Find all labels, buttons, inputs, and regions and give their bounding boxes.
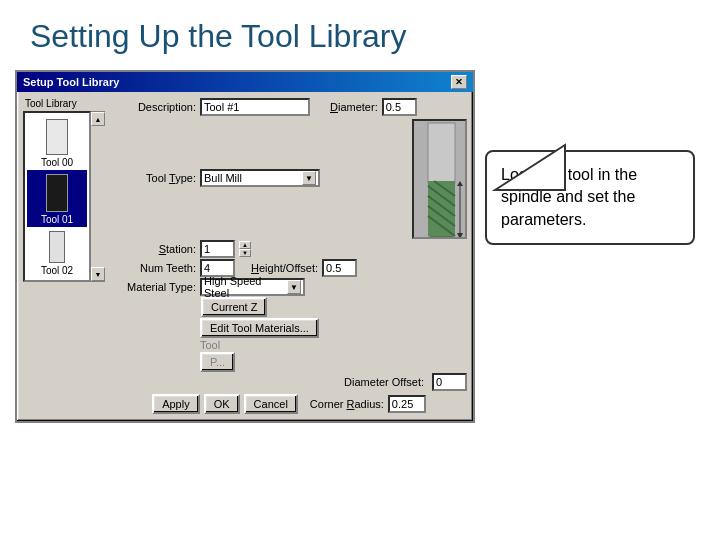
page-title: Setting Up the Tool Library — [0, 0, 720, 65]
tool-type-value: Bull Mill — [204, 172, 300, 184]
diameter-offset-label: Diameter Offset: — [344, 376, 424, 388]
tool-library-scrollbar[interactable]: ▲ ▼ — [91, 111, 105, 282]
tool-02-item[interactable]: Tool 02 — [27, 227, 87, 278]
num-teeth-label: Num Teeth: — [111, 262, 196, 274]
corner-radius-label: Corner Radius: — [310, 398, 384, 410]
tool-label-row: Tool — [111, 339, 467, 351]
tool-type-row: Tool Type: Bull Mill ▼ — [111, 117, 467, 239]
height-offset-input[interactable] — [322, 259, 357, 277]
tool-library-panel: Tool 00 Tool 01 Tool 02 — [23, 111, 91, 282]
tool-00-shape — [46, 119, 68, 155]
current-z-row: Current Z — [201, 297, 467, 317]
tool-02-shape — [49, 231, 65, 263]
tool-type-arrow[interactable]: ▼ — [302, 171, 316, 185]
station-spin-down[interactable]: ▼ — [239, 249, 251, 257]
dialog-title: Setup Tool Library — [23, 76, 119, 88]
material-type-row: Material Type: High Speed Steel ▼ — [111, 278, 467, 296]
diameter-input[interactable] — [382, 98, 417, 116]
material-type-label: Material Type: — [111, 281, 196, 293]
dialog-form: Description: Diameter: Tool Type: Bull M… — [111, 98, 467, 415]
callout-area: Load the tool in the spindle and set the… — [485, 105, 705, 245]
description-row: Description: Diameter: — [111, 98, 467, 116]
dialog-titlebar: Setup Tool Library ✕ — [17, 72, 473, 92]
scroll-up-arrow[interactable]: ▲ — [91, 112, 105, 126]
prev-button[interactable]: P... — [200, 352, 235, 372]
description-input[interactable] — [200, 98, 310, 116]
material-type-value: High Speed Steel — [204, 275, 285, 299]
height-offset-label: Height/Offset: — [251, 262, 318, 274]
diameter-offset-row: Diameter Offset: — [111, 373, 467, 391]
edit-materials-row: Edit Tool Materials... — [111, 318, 467, 338]
edit-tool-materials-button[interactable]: Edit Tool Materials... — [200, 318, 319, 338]
setup-tool-library-dialog: Setup Tool Library ✕ Tool Library Tool 0… — [15, 70, 475, 423]
apply-button[interactable]: Apply — [152, 394, 200, 414]
scroll-down-arrow[interactable]: ▼ — [91, 267, 105, 281]
tool-type-label: Tool Type: — [111, 172, 196, 184]
material-type-arrow[interactable]: ▼ — [287, 280, 301, 294]
diameter-offset-input[interactable] — [432, 373, 467, 391]
tool-01-label: Tool 01 — [41, 214, 73, 225]
current-z-button[interactable]: Current Z — [201, 297, 267, 317]
tool-type-dropdown[interactable]: Bull Mill ▼ — [200, 169, 320, 187]
corner-radius-input[interactable] — [388, 395, 426, 413]
station-spin-up[interactable]: ▲ — [239, 241, 251, 249]
tool-01-item[interactable]: Tool 01 — [27, 170, 87, 227]
station-input[interactable] — [200, 240, 235, 258]
ok-button[interactable]: OK — [204, 394, 240, 414]
teeth-row: Num Teeth: Height/Offset: — [111, 259, 467, 277]
cancel-button[interactable]: Cancel — [244, 394, 298, 414]
dialog-body: Tool Library Tool 00 Tool 01 — [17, 92, 473, 421]
station-spinner[interactable]: ▲ ▼ — [239, 241, 251, 257]
diameter-label: Diameter: — [330, 101, 378, 113]
svg-rect-1 — [428, 123, 455, 183]
tool-section-label: Tool — [200, 339, 220, 351]
prev-row: P... — [111, 352, 467, 372]
tool-01-shape — [46, 174, 68, 212]
tool-00-item[interactable]: Tool 00 — [27, 115, 87, 170]
station-row: Station: ▲ ▼ — [111, 240, 467, 258]
svg-marker-12 — [495, 145, 565, 190]
station-label: Station: — [111, 243, 196, 255]
tool-00-label: Tool 00 — [41, 157, 73, 168]
tool-preview — [412, 119, 467, 239]
tool-preview-area — [412, 117, 467, 239]
svg-marker-8 — [428, 236, 455, 239]
tool-library-header: Tool Library — [23, 98, 77, 109]
description-label: Description: — [111, 101, 196, 113]
dialog-close-button[interactable]: ✕ — [451, 75, 467, 89]
bottom-buttons-row: Apply OK Cancel Corner Radius: — [111, 394, 467, 414]
material-type-dropdown[interactable]: High Speed Steel ▼ — [200, 278, 305, 296]
tool-02-label: Tool 02 — [41, 265, 73, 276]
